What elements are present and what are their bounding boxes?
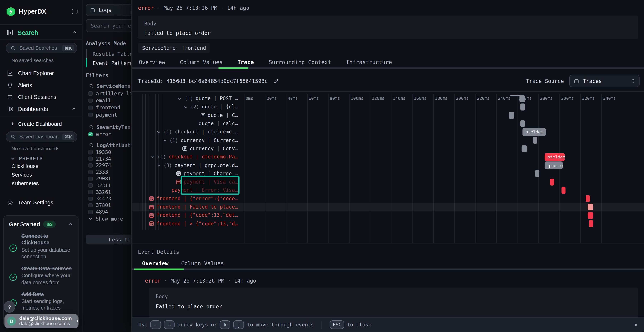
trace-span-bar[interactable]: [520, 104, 525, 110]
sidebar-item-client-sessions[interactable]: Client Sessions: [6, 92, 77, 102]
filter-option-34423[interactable]: 34423: [88, 195, 132, 202]
source-selector-button[interactable]: Logs: [86, 4, 132, 16]
trace-span-bar[interactable]: [586, 195, 590, 202]
trace-tree-row[interactable]: frontend | × {"code":13,"d…: [132, 220, 238, 228]
checkbox-checked[interactable]: [88, 132, 93, 136]
trace-span-bar[interactable]: [588, 204, 593, 210]
trace-tree-row[interactable]: frontend | Failed to place…: [132, 203, 238, 211]
trace-span-bar[interactable]: [520, 120, 525, 127]
checkbox[interactable]: [88, 157, 93, 161]
filter-option-29081[interactable]: 29081: [88, 175, 132, 182]
saved-searches-search[interactable]: ⌘K: [6, 43, 77, 54]
checkbox[interactable]: [88, 91, 93, 96]
filter-option-error[interactable]: error: [88, 131, 132, 138]
trace-tree-row[interactable]: currency | Conv…: [132, 144, 238, 153]
tab-overview[interactable]: Overview: [139, 59, 165, 65]
checkbox[interactable]: [88, 170, 93, 174]
event-search-box[interactable]: [86, 19, 132, 32]
create-dashboard-button[interactable]: + Create Dashboard: [11, 119, 62, 128]
trace-span-bar[interactable]: oteldem: [545, 153, 565, 161]
filter-option-email[interactable]: email: [88, 97, 132, 104]
filter-option-4894[interactable]: 4894: [88, 208, 132, 216]
sidebar-item-chart-explorer[interactable]: Chart Explorer: [6, 68, 77, 78]
get-started-item[interactable]: Add DataStart sending logs, metrics, or …: [9, 291, 73, 312]
trace-span-bar[interactable]: [520, 95, 525, 102]
analysis-mode-results-table[interactable]: Results Table: [86, 49, 132, 58]
filter-option-19350[interactable]: 19350: [88, 149, 132, 156]
trace-span-bar[interactable]: [589, 220, 593, 227]
get-started-item[interactable]: Connect to ClickHouseSet up your databas…: [9, 233, 73, 260]
trace-span-bar[interactable]: [535, 170, 539, 177]
checkbox[interactable]: [88, 98, 93, 103]
filter-option-2333[interactable]: 2333: [88, 169, 132, 176]
trace-tree-row[interactable]: frontend | {"code":13,"det…: [132, 211, 238, 220]
trace-source-select[interactable]: Traces: [569, 75, 640, 87]
preset-services[interactable]: Services: [12, 171, 32, 179]
chevron-down-icon[interactable]: [178, 96, 182, 101]
checkbox[interactable]: [88, 176, 93, 181]
tab-infrastructure[interactable]: Infrastructure: [346, 59, 392, 65]
show-more-button[interactable]: Show more: [88, 215, 123, 222]
checkbox[interactable]: [88, 106, 93, 110]
sidebar-item-team-settings[interactable]: Team Settings: [6, 197, 77, 208]
trace-span-bar[interactable]: [509, 112, 514, 119]
filter-option-32311[interactable]: 32311: [88, 182, 132, 189]
trace-tree-row[interactable]: (1)currency | Currenc…: [132, 136, 238, 144]
search-icon[interactable]: [89, 84, 94, 88]
filter-option-frontend[interactable]: frontend: [88, 104, 132, 111]
presets-toggle[interactable]: PRESETS: [11, 155, 43, 162]
get-started-item[interactable]: Create Data SourcesConfigure where your …: [9, 265, 73, 286]
saved-dashboards-search[interactable]: ⌘K: [6, 132, 77, 142]
filter-option-payment[interactable]: payment: [88, 112, 132, 118]
chevron-down-icon[interactable]: [156, 130, 161, 134]
trace-span-bar[interactable]: [588, 212, 593, 219]
search-icon[interactable]: [89, 143, 94, 148]
chevron-down-icon[interactable]: [184, 105, 188, 109]
close-icon[interactable]: ×: [634, 321, 638, 328]
sidebar-item-dashboards[interactable]: Dashboards: [6, 104, 77, 114]
trace-span-bar[interactable]: [562, 187, 566, 194]
event-details-tab-overview[interactable]: Overview: [142, 260, 168, 266]
trace-tree-row[interactable]: (1)checkout | oteldemo.…: [132, 128, 238, 136]
trace-span-bar[interactable]: oteldem: [522, 128, 546, 136]
trace-tree-row[interactable]: (1)quote | POST …: [132, 94, 238, 103]
trace-tree-row[interactable]: frontend | {"error":{"code…: [132, 194, 238, 203]
chevron-down-icon[interactable]: [156, 163, 161, 168]
trace-tree-row[interactable]: (2)quote | {cl…: [132, 103, 238, 111]
checkbox[interactable]: [88, 203, 93, 208]
trace-span-bar[interactable]: [550, 178, 554, 186]
service-name-chip[interactable]: ServiceName: frontend: [138, 43, 210, 53]
trace-tree-row[interactable]: quote | C…: [132, 111, 238, 120]
filter-option-artillery-loa[interactable]: artillery-loa: [88, 90, 132, 97]
checkbox[interactable]: [88, 196, 93, 201]
checkbox[interactable]: [88, 210, 93, 214]
saved-dashboards-input[interactable]: [18, 134, 59, 140]
collapse-sidebar-icon[interactable]: [72, 8, 78, 15]
search-icon[interactable]: [89, 125, 94, 129]
chevron-up-icon[interactable]: [68, 222, 73, 227]
tab-trace[interactable]: Trace: [238, 59, 254, 65]
chevron-down-icon[interactable]: [150, 155, 155, 159]
sidebar-item-alerts[interactable]: Alerts: [6, 80, 77, 90]
checkbox[interactable]: [88, 183, 93, 188]
event-search-input[interactable]: [90, 22, 132, 29]
filter-option-21734[interactable]: 21734: [88, 155, 132, 162]
checkbox[interactable]: [88, 150, 93, 154]
edit-pencil-icon[interactable]: [274, 78, 279, 84]
saved-searches-input[interactable]: [18, 45, 59, 51]
user-card[interactable]: D dale@clickhouse.com dale@clickhouse.co…: [4, 314, 78, 328]
filter-option-33261[interactable]: 33261: [88, 188, 132, 196]
trace-span-bar[interactable]: [522, 145, 527, 152]
chevron-down-icon[interactable]: [162, 138, 167, 142]
sidebar-item-search[interactable]: Search: [6, 27, 77, 38]
checkbox[interactable]: [88, 163, 93, 168]
tab-column-values[interactable]: Column Values: [180, 59, 223, 65]
tab-surrounding-context[interactable]: Surrounding Context: [269, 59, 331, 65]
preset-kubernetes[interactable]: Kubernetes: [12, 180, 39, 187]
less-filters-button[interactable]: Less fil: [86, 234, 132, 244]
checkbox[interactable]: [88, 190, 93, 194]
filter-option-37801[interactable]: 37801: [88, 202, 132, 209]
trace-tree-row[interactable]: (3)payment | grpc.oteld…: [132, 161, 238, 170]
trace-tree-row[interactable]: quote | calc…: [132, 120, 238, 128]
analysis-mode-event-patterns[interactable]: Event Patterns: [86, 58, 132, 68]
